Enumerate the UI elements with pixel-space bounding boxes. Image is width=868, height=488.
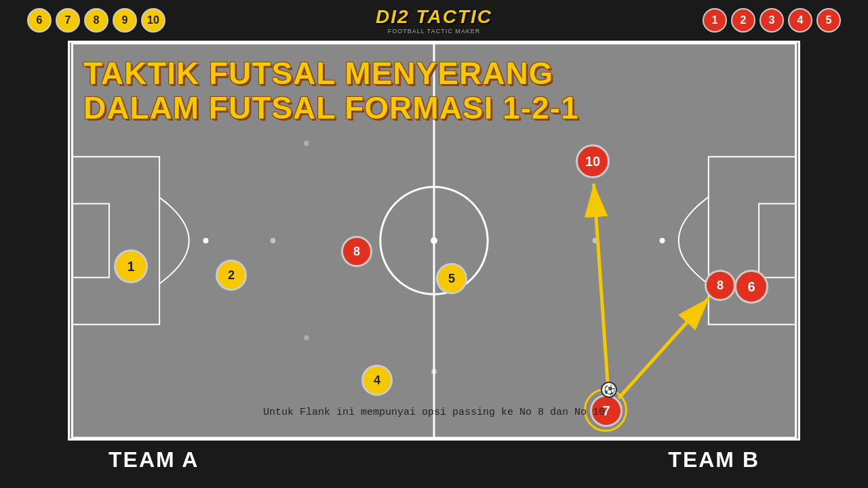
top-bar: 6 7 8 9 10 DI2 TACTIC FOOTBALL TACTIC MA…	[0, 0, 868, 41]
player-a2: 2	[216, 260, 247, 291]
player-a4: 4	[361, 365, 393, 396]
player-b10: 10	[576, 144, 610, 178]
court-wrapper: TAKTIK FUTSAL MENYERANG DALAM FUTSAL FOR…	[68, 41, 800, 441]
player-a5: 5	[436, 263, 467, 294]
logo-subtitle: FOOTBALL TACTIC MAKER	[376, 28, 492, 35]
svg-point-14	[304, 141, 309, 146]
team-labels: TEAM A TEAM B	[68, 441, 800, 479]
main-container: 6 7 8 9 10 DI2 TACTIC FOOTBALL TACTIC MA…	[0, 0, 868, 488]
num-8: 8	[84, 8, 108, 33]
rnum-4: 4	[788, 8, 812, 33]
right-player-numbers: 1 2 3 4 5	[703, 8, 841, 33]
goal-right	[798, 207, 800, 274]
num-7: 7	[56, 8, 80, 33]
svg-point-3	[431, 237, 437, 244]
logo-title: DI2 TACTIC	[376, 6, 492, 28]
num-6: 6	[27, 8, 52, 33]
player-a1: 1	[114, 249, 148, 283]
rnum-3: 3	[760, 8, 784, 33]
futsal-court: TAKTIK FUTSAL MENYERANG DALAM FUTSAL FOR…	[68, 41, 800, 441]
player-b8-left: 8	[341, 236, 372, 267]
svg-point-9	[660, 238, 665, 243]
player-b8-right: 8	[705, 270, 736, 301]
title-overlay: TAKTIK FUTSAL MENYERANG DALAM FUTSAL FOR…	[83, 56, 579, 125]
num-10: 10	[141, 8, 165, 33]
rnum-5: 5	[816, 8, 841, 33]
ball: ⚽	[601, 382, 617, 398]
logo: DI2 TACTIC FOOTBALL TACTIC MAKER	[376, 6, 492, 35]
svg-point-15	[304, 336, 309, 341]
rnum-2: 2	[731, 8, 755, 33]
rnum-1: 1	[703, 8, 727, 33]
svg-point-6	[203, 238, 208, 243]
svg-rect-5	[72, 204, 108, 278]
title-line2: DALAM FUTSAL FORMASI 1-2-1	[83, 91, 579, 125]
svg-point-12	[270, 238, 275, 243]
description-text: Untuk Flank ini mempunyai opsi passing k…	[263, 407, 605, 418]
team-b-label: TEAM B	[668, 447, 760, 472]
title-line1: TAKTIK FUTSAL MENYERANG	[83, 56, 579, 91]
left-player-numbers: 6 7 8 9 10	[27, 8, 165, 33]
svg-point-11	[431, 369, 437, 374]
goal-left	[68, 207, 70, 274]
num-9: 9	[113, 8, 137, 33]
team-a-label: TEAM A	[108, 447, 199, 472]
player-b6: 6	[734, 270, 768, 304]
svg-point-13	[593, 238, 598, 243]
svg-rect-8	[759, 204, 795, 278]
svg-rect-4	[72, 157, 159, 324]
